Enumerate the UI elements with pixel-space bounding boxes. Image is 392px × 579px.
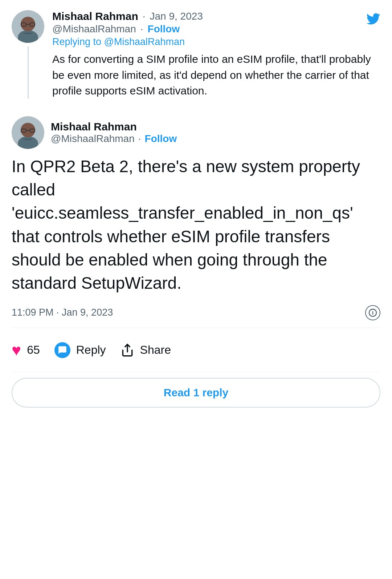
reply-tweet-text: As for converting a SIM profile into an … (52, 51, 380, 99)
reply-action[interactable]: Reply (54, 339, 121, 362)
tweet-reply-content: Mishaal Rahman · Jan 9, 2023 @MishaalRah… (52, 10, 380, 99)
divider-top (12, 328, 380, 328)
tweet-thread: Mishaal Rahman · Jan 9, 2023 @MishaalRah… (0, 0, 392, 408)
twitter-bird-icon (366, 12, 380, 28)
read-reply-button[interactable]: Read 1 reply (12, 378, 380, 408)
action-row: ♥ 65 Reply Share (12, 334, 380, 372)
dot-separator-2: · (140, 23, 143, 35)
tweet-main-header: Mishaal Rahman @MishaalRahman · Follow (12, 116, 380, 149)
avatar-main[interactable] (12, 116, 44, 149)
dot-separator-3: · (138, 133, 141, 145)
avatar-reply[interactable] (12, 10, 44, 43)
tweet-main: Mishaal Rahman @MishaalRahman · Follow I… (0, 106, 392, 372)
reply-follow-button[interactable]: Follow (148, 23, 180, 35)
replying-to-handle[interactable]: @MishaalRahman (104, 36, 185, 47)
tweet-reply: Mishaal Rahman · Jan 9, 2023 @MishaalRah… (0, 0, 392, 106)
replying-to-label: Replying to @MishaalRahman (52, 36, 380, 48)
tweet-time-date: 11:09 PM · Jan 9, 2023 (12, 307, 113, 318)
heart-icon: ♥ (12, 341, 21, 359)
share-action[interactable]: Share (121, 340, 178, 361)
share-label: Share (140, 343, 171, 357)
thread-line (28, 46, 29, 99)
name-row: Mishaal Rahman · Jan 9, 2023 (52, 10, 203, 23)
like-action[interactable]: ♥ 65 (12, 337, 54, 363)
main-follow-button[interactable]: Follow (145, 133, 177, 145)
main-handle-follow-row: @MishaalRahman · Follow (51, 133, 177, 145)
avatar-column (12, 10, 44, 99)
reply-bubble-icon (54, 342, 70, 358)
main-tweet-text: In QPR2 Beta 2, there's a new system pro… (12, 155, 380, 295)
reply-tweet-date: Jan 9, 2023 (150, 11, 203, 22)
divider-bottom (12, 372, 380, 372)
main-user-name: Mishaal Rahman (51, 121, 177, 133)
info-icon[interactable] (365, 305, 380, 320)
handle-follow-row: @MishaalRahman · Follow (52, 23, 203, 35)
dot-separator: · (143, 11, 146, 22)
tweet-meta: 11:09 PM · Jan 9, 2023 (12, 305, 380, 320)
reply-user-handle: @MishaalRahman (52, 23, 136, 35)
reply-user-name: Mishaal Rahman (52, 10, 138, 23)
tweet-main-header-left: Mishaal Rahman @MishaalRahman · Follow (12, 116, 177, 149)
reply-label: Reply (76, 343, 106, 357)
share-icon (121, 343, 134, 357)
like-count: 65 (27, 343, 40, 357)
tweet-reply-header-left: Mishaal Rahman · Jan 9, 2023 @MishaalRah… (52, 10, 203, 35)
tweet-reply-header: Mishaal Rahman · Jan 9, 2023 @MishaalRah… (52, 10, 380, 35)
main-user-handle: @MishaalRahman (51, 133, 135, 145)
main-user-info: Mishaal Rahman @MishaalRahman · Follow (51, 121, 177, 145)
